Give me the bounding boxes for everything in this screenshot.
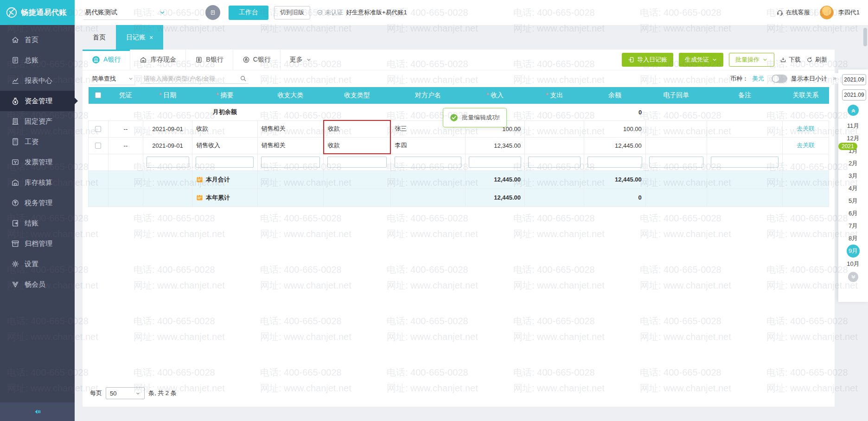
month-item-5月[interactable]: 5月: [838, 195, 868, 207]
month-item-7月[interactable]: 7月: [838, 220, 868, 232]
app-logo: 畅捷通易代账: [0, 0, 75, 25]
avatar[interactable]: [820, 6, 834, 19]
download-button[interactable]: 下载: [780, 56, 801, 64]
total-count-label: 条, 共 2 条: [148, 389, 177, 397]
new-entry-input-date[interactable]: [147, 157, 189, 168]
tab-bank-c[interactable]: C银行: [233, 50, 280, 70]
new-entry-row: [89, 154, 829, 170]
action-buttons: 导入日记账 生成凭证 批量操作 下载 刷新: [622, 50, 835, 70]
sidebar-item-label: 归档管理: [25, 239, 52, 248]
month-item-8月[interactable]: 8月: [838, 232, 868, 245]
month-item-10月[interactable]: 10月: [838, 258, 868, 270]
bank-c-icon: [243, 56, 250, 63]
account-selector[interactable]: 易代账测试: [83, 6, 199, 20]
new-entry-input-summary[interactable]: [196, 157, 254, 168]
new-entry-input-counterparty[interactable]: [395, 157, 461, 168]
cash-icon: [140, 56, 147, 63]
cell-empty: [324, 104, 391, 120]
page-size-select[interactable]: 50: [106, 387, 145, 399]
scroll-down-button[interactable]: [848, 272, 858, 282]
sidebar-item-tax[interactable]: 税务管理: [0, 193, 75, 213]
search-icon: [240, 75, 247, 82]
sidebar-item-closing[interactable]: 结账: [0, 213, 75, 233]
cell-note: [707, 137, 783, 154]
batch-actions-button[interactable]: 批量操作: [729, 53, 774, 67]
cell-note: [707, 120, 783, 137]
row-checkbox[interactable]: [95, 143, 101, 149]
sidebar-item-member[interactable]: 畅会员: [0, 274, 75, 295]
sidebar-item-home[interactable]: 首页: [0, 30, 75, 50]
new-entry-cell: [257, 154, 324, 170]
sidebar-item-inventory[interactable]: 库存核算: [0, 172, 75, 193]
member-icon: [11, 280, 19, 289]
new-entry-input-category[interactable]: [261, 157, 320, 168]
tab-bank-a[interactable]: A银行: [83, 50, 130, 70]
search-mode-select[interactable]: 简单查找: [90, 73, 135, 85]
sidebar-item-settings[interactable]: 设置: [0, 254, 75, 274]
month-item-4月[interactable]: 4月: [838, 182, 868, 195]
user-name[interactable]: 李四代1: [838, 8, 860, 17]
select-all-checkbox[interactable]: [95, 92, 101, 98]
new-entry-input-receipt[interactable]: [649, 157, 703, 168]
journal-icon[interactable]: [205, 5, 220, 20]
tab-cash[interactable]: 库存现金: [130, 50, 185, 70]
close-icon[interactable]: ×: [149, 34, 153, 41]
sidebar-item-reports[interactable]: 报表中心: [0, 70, 75, 91]
required-mark: *: [216, 91, 220, 99]
col-header-余额: 余额: [584, 87, 645, 104]
sidebar-collapse-button[interactable]: [0, 402, 75, 421]
sidebar-item-archive[interactable]: 归档管理: [0, 233, 75, 254]
relate-link[interactable]: 去关联: [797, 125, 815, 132]
month-item-6月[interactable]: 6月: [838, 207, 868, 220]
new-entry-input-income[interactable]: [469, 157, 521, 168]
panel-collapse-icon[interactable]: »: [831, 73, 838, 83]
month-item-3月[interactable]: 3月: [838, 170, 868, 182]
tab-more[interactable]: 更多: [280, 50, 321, 70]
date-end-input[interactable]: 2021.09: [842, 89, 866, 101]
date-start-input[interactable]: 2021.09: [842, 74, 866, 85]
sidebar-item-salary[interactable]: 工资: [0, 132, 75, 152]
reports-icon: [11, 76, 19, 85]
import-journal-label: 导入日记账: [637, 56, 667, 64]
cell-empty: [707, 189, 783, 207]
cell-receipt: [645, 120, 707, 137]
sidebar-item-funds[interactable]: 资金管理: [0, 91, 75, 111]
tab-bank-b[interactable]: B银行: [185, 50, 232, 70]
sidebar-item-assets[interactable]: 固定资产: [0, 111, 75, 132]
sidebar-item-label: 设置: [25, 260, 38, 269]
topbar-right: 在线客服 李四代1: [776, 6, 860, 19]
new-entry-input-balance[interactable]: [587, 157, 642, 168]
daily-subtotal-label: 显示本日小计: [791, 75, 827, 83]
search-input[interactable]: [144, 75, 240, 82]
tab-home[interactable]: 首页: [83, 25, 116, 50]
switch-old-version-button[interactable]: 切到旧版: [274, 6, 310, 19]
sidebar-item-ledger[interactable]: 总账: [0, 50, 75, 70]
scroll-up-button[interactable]: [848, 105, 859, 116]
month-item-2月[interactable]: 2月: [838, 157, 868, 170]
row-checkbox[interactable]: [95, 126, 101, 132]
refresh-button[interactable]: 刷新: [806, 56, 827, 64]
shield-icon: [317, 9, 323, 16]
col-header-电子回单: 电子回单: [645, 87, 707, 104]
new-entry-input-expense[interactable]: [528, 157, 581, 168]
relate-link[interactable]: 去关联: [797, 142, 815, 149]
month-item-9月[interactable]: 9月: [847, 245, 860, 258]
daily-subtotal-toggle[interactable]: [772, 75, 787, 83]
sidebar-item-invoice[interactable]: 发票管理: [0, 152, 75, 172]
generate-voucher-button[interactable]: 生成凭证: [679, 53, 723, 67]
tab-journal[interactable]: 日记账 ×: [116, 25, 163, 50]
scrollbar[interactable]: [863, 28, 867, 46]
currency-select[interactable]: 美元: [752, 75, 764, 83]
online-service-link[interactable]: 在线客服: [776, 8, 810, 17]
cell-summary: 销售收入: [192, 137, 258, 154]
tab-label: C银行: [253, 56, 271, 64]
col-header-对方户名: 对方户名: [390, 87, 465, 104]
sidebar-item-label: 发票管理: [25, 158, 52, 167]
new-entry-input-note[interactable]: [711, 157, 779, 168]
new-entry-input-type[interactable]: [327, 157, 387, 168]
import-journal-button[interactable]: 导入日记账: [622, 53, 673, 67]
chevron-down-icon: [762, 57, 768, 63]
cell-empty: [108, 189, 143, 207]
month-item-11月[interactable]: 11月: [838, 119, 868, 132]
workbench-button[interactable]: 工作台: [229, 6, 268, 20]
